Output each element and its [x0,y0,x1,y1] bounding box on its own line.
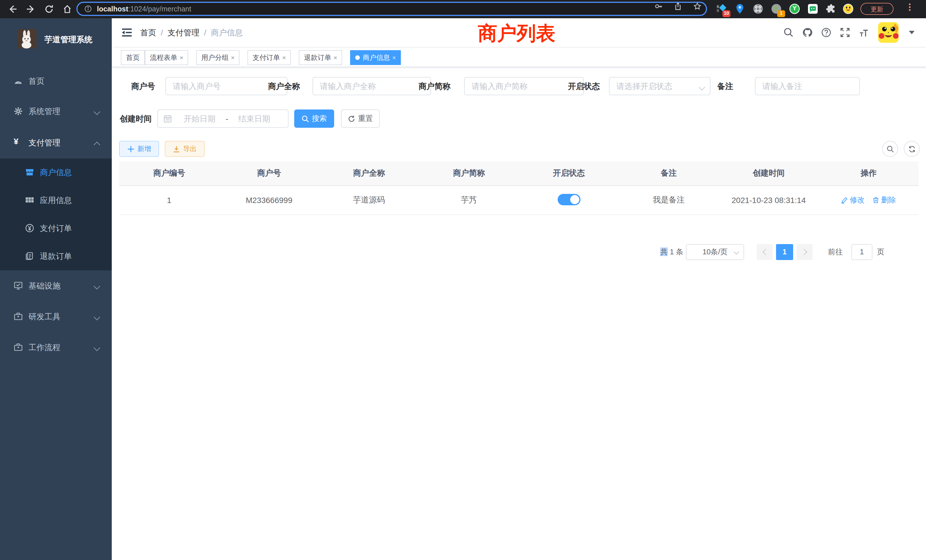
tab-merchant-info[interactable]: 商户信息× [350,50,401,65]
bookmark-star-icon[interactable] [693,2,701,10]
fullscreen-icon[interactable] [840,27,850,38]
extension-command-icon[interactable] [753,3,764,14]
browser-menu-dots-icon[interactable] [908,2,911,12]
full-name-input[interactable]: 请输入商户全称 [312,77,431,95]
share-icon[interactable] [674,2,682,10]
info-icon[interactable] [85,5,92,12]
url-bar[interactable]: localhost:1024/pay/merchant [76,2,707,16]
sidebar-item-refund-order[interactable]: 退款订单 [0,242,112,270]
tab-close-icon[interactable]: × [282,51,286,64]
merchant-table: 商户编号 商户号 商户全称 商户简称 开启状态 备注 创建时间 操作 1 M23… [119,161,918,215]
delete-link[interactable]: 删除 [873,195,896,205]
page-size-select[interactable]: 10条/页 [686,244,744,260]
chrome-profile-avatar[interactable] [843,3,853,14]
user-avatar[interactable] [878,22,899,43]
current-page-button[interactable]: 1 [776,244,793,260]
briefcase-icon [14,312,23,321]
col-header-status: 开启状态 [519,161,619,186]
chevron-down-icon [94,283,100,290]
sidebar-item-workflow[interactable]: 工作流程 [0,332,112,363]
extension-profile-icon[interactable]: 1 [771,3,782,14]
tab-close-icon[interactable]: × [334,51,337,64]
toggle-search-button[interactable] [882,141,898,157]
search-icon[interactable] [784,27,794,38]
extension-devtools-icon[interactable]: 10 [716,3,727,14]
help-icon[interactable] [821,27,831,38]
breadcrumb-payment[interactable]: 支付管理 [168,28,200,37]
short-name-input[interactable]: 请输入商户简称 [464,77,584,95]
sidebar-item-app-info[interactable]: 应用信息 [0,186,112,215]
app-title: 芋道管理系统 [44,35,92,45]
calendar-icon [163,115,172,123]
sidebar-item-infrastructure[interactable]: 基础设施 [0,270,112,301]
reset-button[interactable]: 重置 [341,109,380,128]
create-time-range-picker[interactable]: 开始日期 - 结束日期 [157,109,289,128]
sidebar-item-payment-order[interactable]: 支付订单 [0,215,112,242]
pagination: 共 1 条 10条/页 1 前往 1 页 [112,244,926,260]
sidebar-item-payment[interactable]: ¥ 支付管理 [0,127,112,159]
refresh-table-button[interactable] [904,141,920,157]
extensions-puzzle-icon[interactable] [826,3,837,14]
tab-refund-order[interactable]: 退款订单× [299,50,342,65]
cell-merchant-no: M233666999 [219,186,319,215]
edit-link[interactable]: 修改 [841,195,865,205]
tab-process-form[interactable]: 流程表单× [145,50,188,65]
breadcrumb-current: 商户信息 [211,28,243,37]
download-icon [173,145,180,153]
status-toggle[interactable] [557,194,580,205]
add-button[interactable]: 新增 [119,141,159,157]
status-select[interactable]: 请选择开启状态 [609,77,710,95]
extension-y-icon[interactable]: Y [789,3,800,14]
sidebar-item-system[interactable]: 系统管理 [0,95,112,127]
browser-update-button[interactable]: 更新 [861,3,894,15]
extension-chat-icon[interactable] [807,3,818,14]
tab-home[interactable]: 首页 [121,50,145,65]
url-path: :1024/pay/merchant [128,5,191,13]
briefcase-icon [14,343,23,352]
breadcrumb-home[interactable]: 首页 [140,28,156,37]
tab-label: 退款订单 [304,54,331,62]
col-header-id: 商户编号 [119,161,219,186]
cell-status [519,186,619,215]
storefront-icon [25,168,34,177]
yen-icon: ¥ [14,136,23,145]
export-button[interactable]: 导出 [165,141,205,157]
tab-label: 用户分组 [201,54,228,62]
search-button[interactable]: 搜索 [294,109,334,128]
refresh-icon [908,145,915,153]
create-time-label: 创建时间 [119,109,152,128]
tab-close-icon[interactable]: × [392,51,396,64]
font-size-icon[interactable] [859,27,869,38]
browser-back-icon[interactable] [8,5,17,14]
screen: localhost:1024/pay/merchant 10 1 Y [0,0,926,560]
tab-user-group[interactable]: 用户分组× [196,50,240,65]
app-logo-row[interactable]: 芋道管理系统 [0,23,112,55]
github-icon[interactable] [802,27,813,38]
extension-y-letter: Y [789,5,800,11]
sidebar-item-home[interactable]: 首页 [0,65,112,97]
col-header-full-name: 商户全称 [319,161,419,186]
goto-page-input[interactable]: 1 [851,244,872,260]
status-label: 开启状态 [567,77,600,95]
next-page-button[interactable] [797,244,813,260]
chevron-right-icon [800,249,807,256]
sidebar-fold-icon[interactable] [122,28,132,37]
extension-pin-icon[interactable] [734,3,745,14]
prev-page-button[interactable] [757,244,773,260]
end-date-placeholder: 结束日期 [232,110,277,127]
avatar-caret-down-icon[interactable] [909,31,915,34]
sidebar-item-label: 支付订单 [40,215,72,242]
sidebar-item-dev-tools[interactable]: 研发工具 [0,301,112,332]
browser-home-icon[interactable] [63,5,72,14]
col-header-remark: 备注 [619,161,719,186]
tab-close-icon[interactable]: × [231,51,235,64]
browser-forward-icon[interactable] [26,5,35,14]
password-key-icon[interactable] [655,2,663,10]
browser-reload-icon[interactable] [44,5,54,14]
tab-label: 支付订单 [253,54,280,62]
tab-payment-order[interactable]: 支付订单× [247,50,291,65]
remark-input[interactable]: 请输入备注 [755,77,860,95]
table-row: 1 M233666999 芋道源码 芋艿 我是备注 2021-10-23 08:… [119,186,918,215]
tab-close-icon[interactable]: × [180,51,183,64]
sidebar-item-merchant-info[interactable]: 商户信息 [0,159,112,186]
